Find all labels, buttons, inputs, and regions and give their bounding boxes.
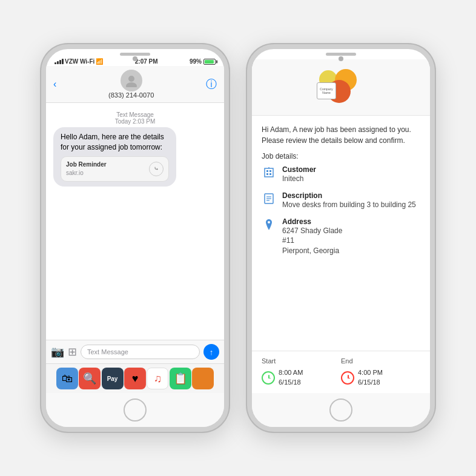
dock-orange[interactable] [192,368,214,389]
message-date: Today 2:03 PM [53,118,217,125]
link-arrow-icon[interactable]: ⤷ [149,162,164,176]
home-button-left[interactable] [124,398,147,421]
detail-customer: Customer Initech [262,165,420,184]
building-icon [262,165,276,180]
time-row: 8:00 AM 6/15/18 4:00 PM 6/15/18 [262,368,420,387]
start-date: 6/15/18 [279,378,303,387]
dock-applepay[interactable]: Pay [102,368,124,389]
back-button[interactable]: ‹ [53,79,56,90]
end-time-item: 4:00 PM 6/15/18 [341,368,420,387]
phone-top-left [46,49,224,56]
start-time-item: 8:00 AM 6/15/18 [262,368,341,387]
dock-appstore[interactable]: 🛍 [56,368,78,389]
phone-bottom-right [252,393,430,427]
svg-point-0 [128,76,134,82]
start-label: Start [262,357,341,365]
customer-title: Customer [282,165,316,174]
svg-rect-3 [266,170,268,172]
logo-text-box: Company Name [317,82,336,99]
start-time: 8:00 AM [279,368,303,377]
dock-health[interactable]: ♥ [124,368,146,389]
apps-button[interactable]: ⊞ [68,345,77,359]
end-time: 4:00 PM [358,368,383,377]
wifi-icon: 📶 [96,58,103,65]
input-placeholder: Text Message [87,348,128,355]
battery-icon [203,59,216,65]
svg-rect-5 [266,173,268,175]
description-value: Move desks from building 3 to building 2… [282,200,416,210]
address-content: Address 6247 Shady Glade#11Pierpont, Geo… [282,217,342,256]
send-button[interactable]: ↑ [203,344,219,360]
detail-address: Address 6247 Shady Glade#11Pierpont, Geo… [262,217,420,256]
job-content: Hi Adam, A new job has been assigned to … [252,116,430,351]
description-title: Description [282,191,416,200]
camera-left [133,56,137,61]
nav-center: (833) 214-0070 [108,70,154,99]
link-domain: sakr.io [66,169,107,177]
time-label: 2:07 PM [135,58,158,65]
start-time-text: 8:00 AM 6/15/18 [279,368,303,387]
dock-music[interactable]: ♫ [147,368,168,389]
time-header: Start End [262,357,420,365]
job-intro: Hi Adam, A new job has been assigned to … [262,124,420,146]
company-name-label: Company Name [317,87,336,94]
address-value: 6247 Shady Glade#11Pierpont, Georgia [282,226,342,256]
detail-description: Description Move desks from building 3 t… [262,191,420,210]
end-label: End [341,357,420,365]
document-icon [262,191,276,206]
svg-rect-2 [265,168,273,177]
contact-avatar [121,70,142,91]
link-title: Job Reminder [66,160,107,169]
end-date: 6/15/18 [358,378,383,387]
job-screen: Company Name Hi Adam, A new job has been… [252,59,430,393]
message-bubble: Hello Adam, here are the details for you… [53,127,176,187]
customer-value: Initech [282,174,316,184]
camera-right [339,56,343,61]
phone-dock: 🛍 🔍 Pay ♥ ♫ 📋 [46,363,224,393]
customer-content: Customer Initech [282,165,316,184]
carrier-label: VZW Wi-Fi [65,58,94,65]
messages-area: Text Message Today 2:03 PM Hello Adam, h… [46,103,224,340]
message-type: Text Message [53,111,217,118]
company-logo: Company Name [317,69,365,105]
message-input[interactable]: Text Message [81,345,200,359]
pin-icon [262,217,276,232]
phone-bottom-left [46,393,224,427]
time-section: Start End 8:00 AM 6/15/18 4:00 P [252,351,430,393]
job-header: Company Name [252,59,430,116]
svg-point-1 [126,82,137,87]
end-clock-icon [341,371,354,385]
scene: VZW Wi-Fi 📶 2:07 PM 99% ‹ (833) 214-0070… [0,0,476,476]
phone-top-right [252,49,430,56]
contact-number: (833) 214-0070 [108,91,154,99]
address-title: Address [282,217,342,226]
phone-right: Company Name Hi Adam, A new job has been… [247,44,435,432]
job-details-label: Job details: [262,152,420,160]
signal-bars [55,59,64,64]
message-text: Hello Adam, here are the details for you… [61,133,164,151]
start-clock-icon [262,371,275,385]
camera-button[interactable]: 📷 [51,345,64,359]
message-date-header: Text Message Today 2:03 PM [53,111,217,125]
end-time-text: 4:00 PM 6/15/18 [358,368,383,387]
home-button-right[interactable] [329,398,352,421]
info-button[interactable]: ⓘ [206,77,217,91]
dock-search[interactable]: 🔍 [79,368,101,389]
svg-rect-6 [269,173,271,175]
imessage-nav: ‹ (833) 214-0070 ⓘ [46,66,224,103]
imessage-toolbar: 📷 ⊞ Text Message ↑ [46,340,224,363]
dock-notes[interactable]: 📋 [170,368,191,389]
battery-label: 99% [190,58,202,65]
svg-rect-4 [269,170,271,172]
svg-point-12 [268,221,270,223]
link-preview[interactable]: Job Reminder sakr.io ⤷ [61,156,169,182]
phone-left: VZW Wi-Fi 📶 2:07 PM 99% ‹ (833) 214-0070… [41,44,229,432]
description-content: Description Move desks from building 3 t… [282,191,416,210]
